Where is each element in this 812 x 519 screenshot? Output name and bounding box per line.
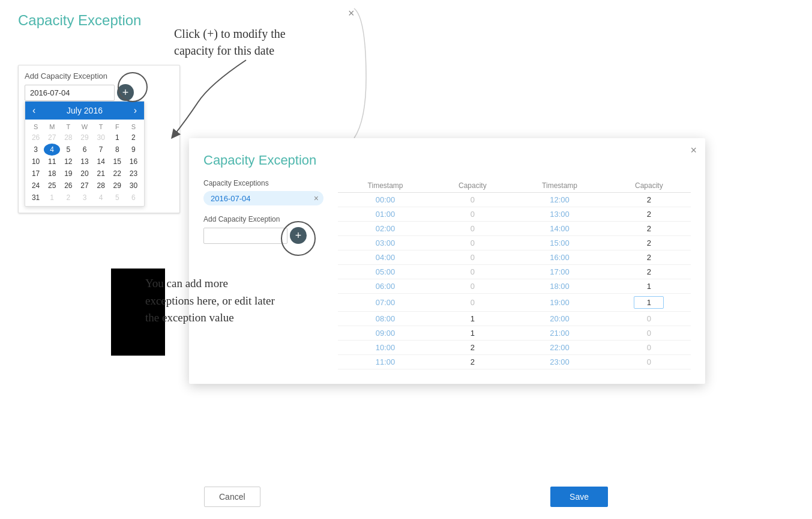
dialog-close-button[interactable]: ×: [690, 144, 697, 157]
capacity-input[interactable]: [634, 296, 664, 309]
timestamp-cell: 08:00: [338, 312, 433, 326]
capacity-value: 1: [647, 282, 651, 291]
timestamp-cell: 21:00: [512, 326, 607, 341]
cal-day[interactable]: 26: [28, 132, 44, 144]
table-row: 06:00018:001: [338, 279, 691, 294]
cal-day[interactable]: 2: [60, 192, 76, 204]
cal-day[interactable]: 5: [60, 144, 76, 156]
cal-day[interactable]: 6: [76, 144, 92, 156]
cal-day[interactable]: 4: [93, 192, 109, 204]
capacity-cell: 1: [433, 326, 512, 341]
small-plus-button[interactable]: +: [117, 84, 134, 101]
cal-day[interactable]: 25: [44, 180, 60, 192]
add-exception-row: +: [203, 227, 323, 244]
timestamp-cell: 16:00: [512, 250, 607, 265]
capacity-value: 2: [647, 224, 651, 233]
cal-day-selected[interactable]: 4: [44, 144, 60, 156]
add-exception-input[interactable]: [203, 228, 287, 244]
small-date-input[interactable]: [25, 85, 115, 101]
timestamp-cell: 10:00: [338, 341, 433, 355]
small-card-input-row: +: [25, 84, 173, 101]
cal-day[interactable]: 21: [93, 168, 109, 180]
cal-day[interactable]: 12: [60, 156, 76, 168]
cal-day[interactable]: 11: [44, 156, 60, 168]
cal-day[interactable]: 16: [125, 156, 142, 168]
cal-day[interactable]: 24: [28, 180, 44, 192]
cal-day[interactable]: 9: [125, 144, 142, 156]
cal-day[interactable]: 1: [44, 192, 60, 204]
cal-day[interactable]: 2: [125, 132, 142, 144]
chip-close-button[interactable]: ×: [314, 193, 319, 203]
cal-day[interactable]: 29: [109, 180, 125, 192]
timestamp-cell: 07:00: [338, 294, 433, 312]
capacity-cell: 2: [607, 193, 691, 207]
capacity-cell: 1: [433, 312, 512, 326]
cal-day[interactable]: 8: [109, 144, 125, 156]
table-row: 00:00012:002: [338, 193, 691, 207]
save-button[interactable]: Save: [550, 487, 608, 507]
cal-day[interactable]: 18: [44, 168, 60, 180]
calendar-header: ‹ July 2016 ›: [25, 102, 144, 120]
cal-day[interactable]: 19: [60, 168, 76, 180]
timestamp-cell: 22:00: [512, 341, 607, 355]
callout-annotation-2: You can add more exceptions here, or edi…: [145, 275, 331, 327]
timestamp-cell: 00:00: [338, 193, 433, 207]
dow-wed: W: [76, 122, 92, 132]
capacity-cell: 0: [433, 222, 512, 236]
cal-day[interactable]: 13: [76, 156, 92, 168]
capacity-cell: 2: [433, 341, 512, 355]
cal-day[interactable]: 30: [125, 180, 142, 192]
cal-day[interactable]: 31: [28, 192, 44, 204]
cal-day[interactable]: 1: [109, 132, 125, 144]
cal-week-6: 31 1 2 3 4 5 6: [28, 192, 142, 204]
timestamp-cell: 17:00: [512, 265, 607, 279]
cal-day[interactable]: 30: [93, 132, 109, 144]
calendar-prev-button[interactable]: ‹: [30, 105, 38, 116]
timestamp-cell: 15:00: [512, 236, 607, 250]
dialog-title: Capacity Exception: [203, 153, 691, 168]
dow-mon: M: [44, 122, 60, 132]
cal-day[interactable]: 28: [93, 180, 109, 192]
cal-day[interactable]: 22: [109, 168, 125, 180]
cal-week-3: 10 11 12 13 14 15 16: [28, 156, 142, 168]
cal-day[interactable]: 3: [28, 144, 44, 156]
cal-day[interactable]: 3: [76, 192, 92, 204]
cal-day[interactable]: 15: [109, 156, 125, 168]
timestamp-cell: 11:00: [338, 355, 433, 369]
cal-day[interactable]: 5: [109, 192, 125, 204]
calendar-dow-row: S M T W T F S: [28, 122, 142, 132]
timestamp-cell: 13:00: [512, 207, 607, 222]
cal-day[interactable]: 10: [28, 156, 44, 168]
capacity-value: 2: [471, 357, 475, 366]
calendar-next-button[interactable]: ›: [131, 105, 139, 116]
cal-day[interactable]: 27: [44, 132, 60, 144]
cal-day[interactable]: 17: [28, 168, 44, 180]
capacity-cell: 2: [607, 250, 691, 265]
cal-day[interactable]: 6: [125, 192, 142, 204]
small-add-card: Add Capacity Exception + ‹ July 2016 › S…: [18, 65, 180, 213]
cal-day[interactable]: 20: [76, 168, 92, 180]
cal-week-2: 3 4 5 6 7 8 9: [28, 144, 142, 156]
calendar: ‹ July 2016 › S M T W T F S 26 27: [25, 101, 145, 207]
timestamp-cell: 20:00: [512, 312, 607, 326]
cal-day[interactable]: 23: [125, 168, 142, 180]
cal-day[interactable]: 7: [93, 144, 109, 156]
capacity-cell: 0: [607, 312, 691, 326]
timestamp-cell: 01:00: [338, 207, 433, 222]
tutorial-close-button[interactable]: ×: [348, 7, 355, 20]
dow-tue: T: [60, 122, 76, 132]
cal-day[interactable]: 26: [60, 180, 76, 192]
table-row: 11:00223:000: [338, 355, 691, 369]
capacity-value: 2: [647, 195, 651, 204]
dialog-plus-button[interactable]: +: [290, 227, 307, 244]
capacity-cell: [607, 294, 691, 312]
table-row: 02:00014:002: [338, 222, 691, 236]
cal-day[interactable]: 27: [76, 180, 92, 192]
cal-day[interactable]: 28: [60, 132, 76, 144]
dow-thu: T: [93, 122, 109, 132]
dow-sat: S: [125, 122, 142, 132]
cal-day[interactable]: 14: [93, 156, 109, 168]
cancel-button[interactable]: Cancel: [204, 487, 260, 507]
table-row: 07:00019:00: [338, 294, 691, 312]
cal-day[interactable]: 29: [76, 132, 92, 144]
